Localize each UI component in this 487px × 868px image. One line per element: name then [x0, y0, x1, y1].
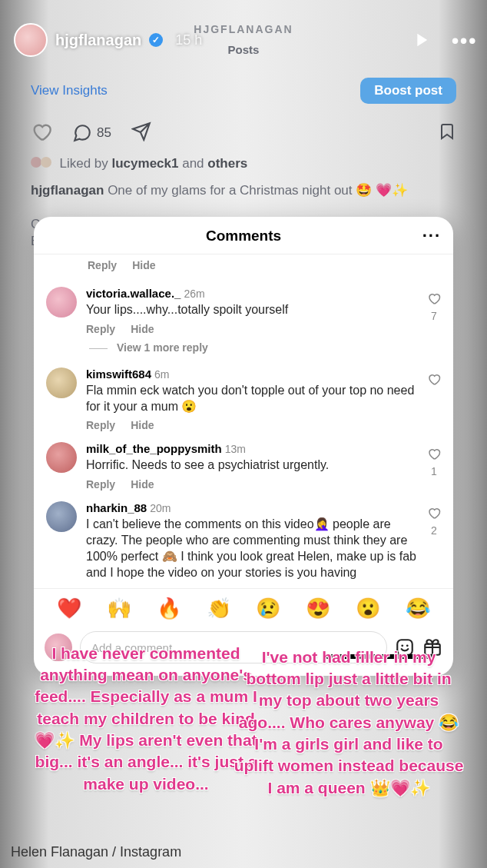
heart-icon[interactable]: [31, 121, 52, 145]
comment-item: milk_of_the_poppysmith13m Horrific. Need…: [34, 434, 453, 494]
more-icon[interactable]: •••: [452, 29, 473, 51]
comments-title: Comments: [206, 228, 281, 244]
emoji-clap[interactable]: 👏: [207, 597, 231, 620]
top-reply-link[interactable]: Reply: [88, 259, 117, 271]
story-text-overlay-right: I've not had filler in my bottom lip jus…: [234, 647, 464, 799]
image-source-caption: Helen Flanagan / Instagram: [11, 844, 181, 860]
boost-post-button[interactable]: Boost post: [360, 78, 456, 104]
story-text-overlay-left: I have never commented anything mean on …: [31, 643, 261, 795]
comment-avatar[interactable]: [46, 442, 77, 473]
comment-avatar[interactable]: [46, 501, 77, 532]
comment-username[interactable]: milk_of_the_poppysmith: [86, 442, 222, 455]
share-icon[interactable]: [131, 121, 151, 145]
like-comment-icon[interactable]: [427, 372, 441, 389]
comment-like-count: 2: [431, 524, 437, 537]
verified-badge-icon: ✓: [149, 33, 163, 47]
hide-link[interactable]: Hide: [131, 419, 154, 431]
comments-panel: Comments ··· Reply Hide victoria.wallace…: [34, 217, 453, 676]
emoji-heart[interactable]: ❤️: [57, 597, 81, 620]
comment-text: I can't believe the comments on this vid…: [86, 517, 418, 580]
like-comment-icon[interactable]: [427, 506, 441, 523]
reply-link[interactable]: Reply: [86, 478, 115, 491]
emoji-fire[interactable]: 🔥: [157, 597, 181, 620]
post-caption: hjgflanagan One of my glams for a Christ…: [31, 182, 456, 198]
view-insights-link[interactable]: View Insights: [31, 83, 108, 98]
backdrop-post: HJGFLANAGAN Posts View Insights Boost po…: [31, 23, 456, 249]
hide-link[interactable]: Hide: [131, 478, 154, 491]
comment-like-count: 7: [431, 310, 437, 322]
reply-link[interactable]: Reply: [86, 323, 115, 335]
like-comment-icon[interactable]: [427, 447, 441, 464]
emoji-hands[interactable]: 🙌: [107, 597, 131, 620]
comments-more-icon[interactable]: ···: [422, 226, 441, 246]
comment-item: kimswift6846m Fla mmin eck watch you don…: [34, 360, 453, 435]
play-icon[interactable]: [410, 29, 432, 51]
view-more-replies[interactable]: View 1 more reply: [34, 338, 453, 360]
comment-time: 6m: [154, 368, 169, 381]
emoji-cry[interactable]: 😢: [256, 597, 280, 620]
comment-username[interactable]: nharkin_88: [86, 501, 147, 514]
reply-link[interactable]: Reply: [86, 419, 115, 431]
emoji-loveeyes[interactable]: 😍: [306, 597, 330, 620]
bookmark-icon[interactable]: [438, 121, 456, 145]
emoji-laugh[interactable]: 😂: [406, 597, 430, 620]
story-time: 15 h: [175, 32, 202, 48]
comment-time: 13m: [225, 443, 246, 455]
comment-item: victoria.wallace._26m Your lips....why..…: [34, 279, 453, 338]
hide-link[interactable]: Hide: [131, 323, 154, 335]
comment-icon[interactable]: 85: [72, 123, 111, 143]
story-username[interactable]: hjgflanagan: [55, 32, 141, 49]
comment-avatar[interactable]: [46, 367, 77, 398]
comment-item: nharkin_8820m I can't believe the commen…: [34, 494, 453, 584]
comment-count: 85: [97, 125, 111, 141]
comment-text: Fla mmin eck watch you don't topple out …: [86, 383, 418, 415]
comment-text: Horrific. Needs to see a psychiatrist ur…: [86, 457, 418, 474]
story-header: hjgflanagan ✓ 15 h •••: [0, 23, 487, 57]
comment-time: 26m: [184, 288, 204, 300]
like-comment-icon[interactable]: [427, 291, 441, 308]
emoji-wow[interactable]: 😮: [356, 597, 380, 620]
comment-avatar[interactable]: [46, 287, 77, 318]
comment-username[interactable]: victoria.wallace._: [86, 287, 181, 300]
top-hide-link[interactable]: Hide: [132, 259, 155, 271]
story-avatar[interactable]: [14, 23, 48, 57]
comment-username[interactable]: kimswift684: [86, 367, 151, 381]
liked-by-line[interactable]: Liked by lucymeck1 and others: [31, 156, 456, 171]
comment-text: Your lips....why...totally spoilt yourse…: [86, 302, 418, 318]
comment-like-count: 1: [431, 465, 437, 477]
comment-time: 20m: [150, 502, 171, 514]
